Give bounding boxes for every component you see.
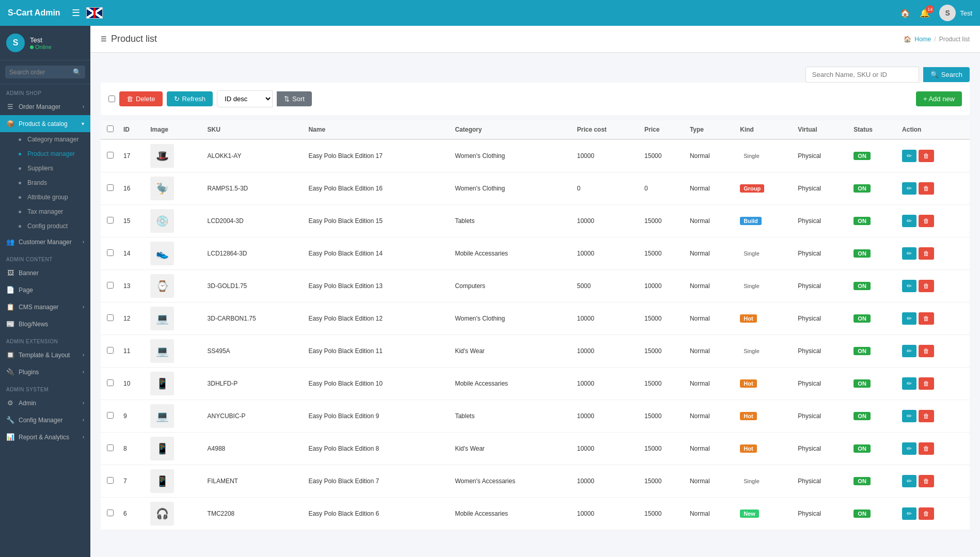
delete-row-button[interactable]: 🗑 [919, 182, 934, 195]
row-type: Normal [686, 237, 736, 270]
delete-row-button[interactable]: 🗑 [919, 345, 934, 357]
delete-row-button[interactable]: 🗑 [919, 507, 934, 520]
row-kind: Build [736, 205, 794, 237]
sidebar-item-product-catalog[interactable]: 📦 Product & catalog ▾ [0, 115, 90, 132]
sidebar-item-order-manager[interactable]: ☰ Order Manager › [0, 98, 90, 115]
sidebar-sub-attribute-group[interactable]: Attribute group [0, 190, 90, 204]
sidebar-item-page[interactable]: 📄 Page [0, 281, 90, 298]
edit-button[interactable]: ✏ [902, 182, 916, 195]
delete-row-button[interactable]: 🗑 [919, 215, 934, 227]
edit-button[interactable]: ✏ [902, 410, 916, 422]
row-checkbox[interactable] [107, 477, 114, 484]
row-checkbox[interactable] [107, 379, 114, 386]
row-sku: 3DHLFD-P [203, 368, 305, 400]
col-price: Price [640, 120, 686, 139]
row-kind: Single [736, 139, 794, 172]
search-sku-input[interactable] [805, 67, 919, 83]
edit-button[interactable]: ✏ [902, 280, 916, 292]
row-checkbox[interactable] [107, 412, 114, 419]
row-virtual: Physical [794, 172, 849, 205]
row-checkbox[interactable] [107, 152, 114, 158]
kind-badge: Group [740, 184, 764, 193]
edit-button[interactable]: ✏ [902, 345, 916, 357]
order-manager-chevron: › [83, 104, 84, 109]
edit-button[interactable]: ✏ [902, 150, 916, 162]
user-menu[interactable]: S Test [939, 5, 972, 21]
sidebar-item-config-manager[interactable]: 🔧 Config Manager › [0, 411, 90, 428]
row-name: Easy Polo Black Edition 6 [304, 498, 451, 530]
sidebar-item-banner[interactable]: 🖼 Banner [0, 264, 90, 281]
edit-button[interactable]: ✏ [902, 247, 916, 260]
edit-button[interactable]: ✏ [902, 507, 916, 520]
sidebar-item-customer-manager[interactable]: 👥 Customer Manager › [0, 233, 90, 250]
row-checkbox[interactable] [107, 510, 114, 516]
delete-row-button[interactable]: 🗑 [919, 442, 934, 455]
add-new-button[interactable]: + Add new [916, 91, 962, 106]
edit-button[interactable]: ✏ [902, 215, 916, 227]
cms-chevron: › [83, 304, 84, 310]
row-checkbox[interactable] [107, 314, 114, 321]
home-icon[interactable]: 🏠 [900, 8, 910, 18]
sidebar-sub-suppliers[interactable]: Suppliers [0, 161, 90, 176]
edit-button[interactable]: ✏ [902, 312, 916, 325]
edit-button[interactable]: ✏ [902, 377, 916, 390]
language-flag[interactable] [86, 7, 103, 19]
edit-button[interactable]: ✏ [902, 442, 916, 455]
delete-row-button[interactable]: 🗑 [919, 247, 934, 260]
sidebar-item-plugins[interactable]: 🔌 Plugins › [0, 363, 90, 380]
sidebar-sub-category-manager[interactable]: Category manager [0, 132, 90, 147]
order-manager-icon: ☰ [6, 103, 14, 110]
col-checkbox [101, 120, 119, 139]
sort-button[interactable]: ⇅ Sort [277, 91, 312, 106]
delete-row-button[interactable]: 🗑 [919, 410, 934, 422]
sidebar-sub-config-product[interactable]: Config product [0, 219, 90, 233]
row-checkbox[interactable] [107, 184, 114, 191]
row-checkbox[interactable] [107, 347, 114, 354]
delete-row-button[interactable]: 🗑 [919, 475, 934, 487]
header-checkbox[interactable] [107, 125, 114, 132]
sidebar-item-report-analytics[interactable]: 📊 Report & Analytics › [0, 428, 90, 445]
delete-row-button[interactable]: 🗑 [919, 150, 934, 162]
sidebar-sub-tax-manager[interactable]: Tax manager [0, 204, 90, 219]
status-badge: ON [853, 314, 871, 323]
breadcrumb-home-link[interactable]: Home [914, 36, 931, 43]
hamburger-icon[interactable]: ☰ [72, 7, 80, 19]
row-type: Normal [686, 270, 736, 303]
row-category: Women's Clothing [451, 172, 573, 205]
row-name: Easy Polo Black Edition 9 [304, 400, 451, 433]
sidebar-search-input[interactable] [9, 69, 73, 76]
select-all-checkbox[interactable] [108, 96, 115, 102]
delete-row-button[interactable]: 🗑 [919, 377, 934, 390]
banner-label: Banner [19, 269, 39, 277]
sidebar-item-cms-manager[interactable]: 📋 CMS manager › [0, 298, 90, 315]
delete-row-button[interactable]: 🗑 [919, 312, 934, 325]
report-chevron: › [83, 434, 84, 440]
delete-button[interactable]: 🗑 Delete [119, 91, 163, 106]
row-checkbox[interactable] [107, 282, 114, 289]
notification-bell[interactable]: 🔔 14 [920, 8, 930, 18]
row-action: ✏ 🗑 [898, 303, 970, 335]
breadcrumb-home-icon: 🏠 [904, 36, 911, 43]
sidebar-item-blog-news[interactable]: 📰 Blog/News [0, 315, 90, 332]
search-button[interactable]: 🔍 Search [923, 67, 970, 82]
row-checkbox[interactable] [107, 444, 114, 451]
row-action: ✏ 🗑 [898, 237, 970, 270]
banner-icon: 🖼 [6, 269, 14, 277]
sidebar-sub-product-manager[interactable]: Product manager [0, 147, 90, 161]
trash-icon: 🗑 [127, 95, 133, 103]
sidebar-item-template-layout[interactable]: 🔲 Template & Layout › [0, 346, 90, 363]
refresh-button[interactable]: ↻ Refresh [167, 91, 213, 106]
sidebar-item-admin[interactable]: ⚙ Admin › [0, 394, 90, 411]
row-image: 💻 [146, 335, 203, 368]
row-checkbox[interactable] [107, 249, 114, 256]
sort-select[interactable]: ID desc ID asc Name asc Name desc [217, 90, 273, 107]
row-id: 17 [119, 139, 146, 172]
kind-badge: New [740, 510, 759, 518]
edit-button[interactable]: ✏ [902, 475, 916, 487]
row-status: ON [849, 237, 898, 270]
delete-row-button[interactable]: 🗑 [919, 280, 934, 292]
sidebar-sub-brands[interactable]: Brands [0, 176, 90, 190]
row-checkbox[interactable] [107, 217, 114, 224]
row-id: 9 [119, 400, 146, 433]
row-image: 👟 [146, 237, 203, 270]
